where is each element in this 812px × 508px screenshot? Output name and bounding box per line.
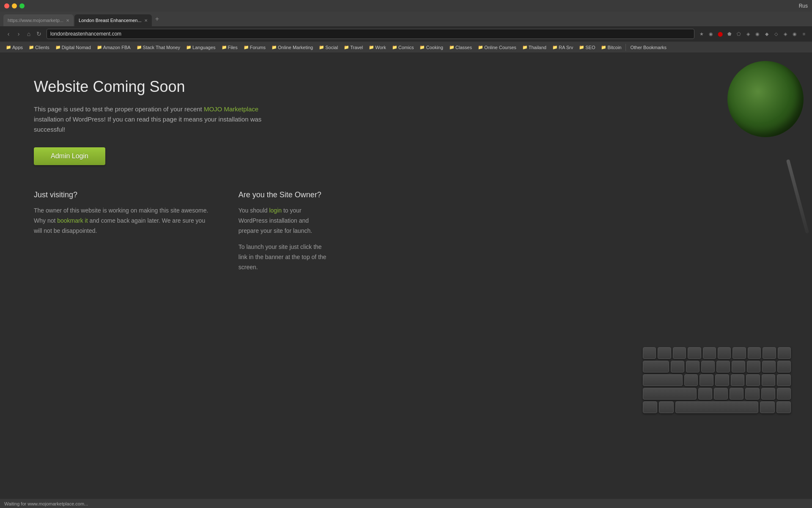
bookmark-online-courses-icon: 📁 [478, 45, 483, 50]
settings-icon[interactable]: ≡ [800, 30, 808, 38]
bookmark-work-label: Work [375, 45, 386, 50]
visiting-paragraph: The owner of this website is working on … [34, 206, 213, 236]
bookmark-online-marketing[interactable]: 📁 Online Marketing [269, 44, 315, 51]
admin-login-button[interactable]: Admin Login [34, 147, 105, 165]
bookmark-seo[interactable]: 📁 SEO [576, 44, 598, 51]
browser-chrome: Rus https://www.mojomarketp... ✕ London … [0, 0, 812, 52]
bookmark-forums[interactable]: 📁 Forums [241, 44, 268, 51]
intro-paragraph: This page is used to test the proper ope… [34, 104, 288, 135]
bookmark-clients-label: Clients [35, 45, 49, 50]
bookmark-ra-srv-icon: 📁 [552, 45, 557, 50]
intro-text-start: This page is used to test the proper ope… [34, 105, 202, 113]
tab-london[interactable]: London Breast Enhancemen... ✕ [74, 14, 152, 26]
forward-button[interactable]: › [14, 30, 23, 38]
bookmark-cooking-icon: 📁 [420, 45, 425, 50]
bookmark-files[interactable]: 📁 Files [219, 44, 240, 51]
bookmark-separator [625, 44, 626, 51]
bookmark-thailand-label: Thailand [529, 45, 546, 50]
site-owner-heading: Are you the Site Owner? [239, 190, 330, 199]
visiting-column: Just visiting? The owner of this website… [34, 190, 213, 273]
bookmark-thailand-icon: 📁 [522, 45, 527, 50]
bookmark-digital-nomad-icon: 📁 [55, 45, 60, 50]
bookmark-stack-icon: 📁 [137, 45, 142, 50]
bookmark-online-marketing-icon: 📁 [272, 45, 277, 50]
two-column-section: Just visiting? The owner of this website… [34, 190, 330, 273]
bookmark-digital-nomad[interactable]: 📁 Digital Nomad [53, 44, 93, 51]
extension-icon-3[interactable]: ◈ [744, 30, 752, 38]
bookmark-cooking[interactable]: 📁 Cooking [417, 44, 445, 51]
minimize-button[interactable] [12, 3, 17, 8]
bookmark-star-icon[interactable]: ★ [698, 30, 705, 38]
bookmark-ra-srv-label: RA Srv [559, 45, 573, 50]
address-input[interactable]: londonbreastenhancement.com [47, 29, 694, 39]
nav-buttons: ‹ › ⌂ ↻ [4, 30, 43, 38]
bookmark-languages-icon: 📁 [186, 45, 191, 50]
extension-icon-5[interactable]: ◆ [763, 30, 771, 38]
page-title: Website Coming Soon [34, 78, 778, 96]
bookmark-seo-icon: 📁 [579, 45, 584, 50]
bookmark-work-icon: 📁 [369, 45, 374, 50]
tab-mojo-label: https://www.mojomarketp... [8, 18, 63, 23]
bookmark-comics[interactable]: 📁 Comics [390, 44, 417, 51]
extension-icon-6[interactable]: ◇ [772, 30, 780, 38]
bookmark-languages[interactable]: 📁 Languages [184, 44, 218, 51]
bookmark-amazon-fba[interactable]: 📁 Amazon FBA [94, 44, 133, 51]
intro-text-end: installation of WordPress! If you can re… [34, 116, 261, 133]
bookmark-travel-label: Travel [350, 45, 363, 50]
bookmark-online-marketing-label: Online Marketing [278, 45, 313, 50]
home-button[interactable]: ⌂ [25, 30, 33, 38]
fullscreen-button[interactable] [19, 3, 25, 8]
tab-bar: https://www.mojomarketp... ✕ London Brea… [0, 12, 812, 26]
tab-mojo[interactable]: https://www.mojomarketp... ✕ [3, 14, 74, 26]
bookmark-stack-that-money[interactable]: 📁 Stack That Money [134, 44, 183, 51]
tab-london-close[interactable]: ✕ [144, 18, 148, 23]
traffic-lights [4, 3, 25, 8]
bookmark-social-label: Social [325, 45, 338, 50]
close-button[interactable] [4, 3, 9, 8]
bookmark-amazon-fba-label: Amazon FBA [103, 45, 131, 50]
site-owner-text-1: You should [239, 207, 268, 214]
bookmark-travel[interactable]: 📁 Travel [341, 44, 365, 51]
bookmark-social-icon: 📁 [319, 45, 324, 50]
tab-mojo-close[interactable]: ✕ [66, 18, 69, 23]
new-tab-button[interactable]: + [153, 15, 162, 23]
mojo-marketplace-link[interactable]: MOJO Marketplace [204, 105, 258, 113]
bookmark-amazon-fba-icon: 📁 [97, 45, 102, 50]
bookmark-thailand[interactable]: 📁 Thailand [520, 44, 549, 51]
address-text: londonbreastenhancement.com [50, 31, 121, 37]
bookmark-online-courses[interactable]: 📁 Online Courses [475, 44, 519, 51]
extension-icon-4[interactable]: ◉ [754, 30, 761, 38]
title-bar: Rus [0, 0, 812, 12]
bookmark-other[interactable]: Other Bookmarks [628, 44, 669, 51]
bookmark-work[interactable]: 📁 Work [366, 44, 388, 51]
rss-icon[interactable]: ◉ [707, 30, 715, 38]
bookmark-ra-srv[interactable]: 📁 RA Srv [550, 44, 576, 51]
bookmark-apps[interactable]: 📁 Apps [3, 44, 25, 51]
extension-icon-2[interactable]: ⬠ [735, 30, 743, 38]
reload-button[interactable]: ↻ [35, 30, 43, 38]
address-bar: ‹ › ⌂ ↻ londonbreastenhancement.com ★ ◉ … [0, 26, 812, 41]
bookmark-clients[interactable]: 📁 Clients [26, 44, 52, 51]
bookmark-classes-label: Classes [455, 45, 472, 50]
bookmark-classes[interactable]: 📁 Classes [447, 44, 475, 51]
bookmark-seo-label: SEO [585, 45, 595, 50]
extension-icon-7[interactable]: ◈ [782, 30, 789, 38]
back-button[interactable]: ‹ [4, 30, 13, 38]
bookmark-comics-label: Comics [398, 45, 414, 50]
bookmark-bitcoin-label: Bitcoin [607, 45, 621, 50]
main-content: Website Coming Soon This page is used to… [0, 52, 812, 508]
bookmark-languages-label: Languages [192, 45, 215, 50]
bookmark-social[interactable]: 📁 Social [316, 44, 340, 51]
extension-icon-1[interactable]: ⬟ [726, 30, 733, 38]
bookmark-it-link[interactable]: bookmark it [57, 217, 88, 224]
bookmark-files-label: Files [228, 45, 238, 50]
login-link[interactable]: login [269, 207, 282, 214]
site-owner-paragraph-2: To launch your site just click the link … [239, 242, 330, 272]
bookmark-bitcoin[interactable]: 📁 Bitcoin [598, 44, 624, 51]
extension-icon-8[interactable]: ◉ [791, 30, 798, 38]
lastpass-icon[interactable]: ⬤ [716, 30, 724, 38]
bookmark-stack-label: Stack That Money [143, 45, 180, 50]
site-owner-column: Are you the Site Owner? You should login… [239, 190, 330, 273]
title-bar-user: Rus [799, 3, 808, 9]
visiting-heading: Just visiting? [34, 190, 213, 199]
